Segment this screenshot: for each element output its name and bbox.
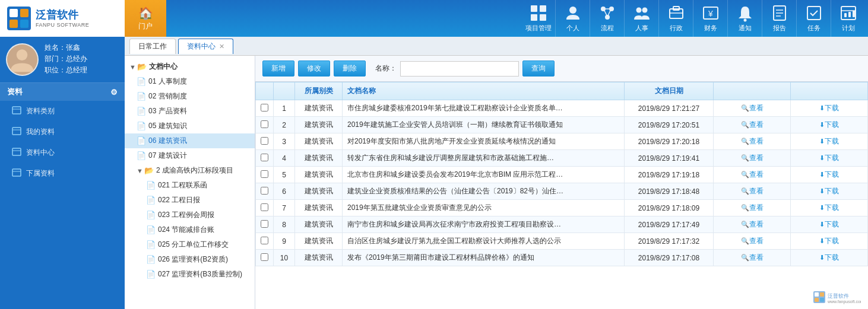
tree-item-2[interactable]: 📄 03 产品资料 bbox=[125, 104, 255, 119]
view-link-5[interactable]: 🔍查看 bbox=[741, 187, 764, 195]
row-view-0[interactable]: 🔍查看 bbox=[714, 100, 791, 117]
home-button[interactable]: 🏠 门户 bbox=[125, 0, 166, 37]
download-link-8[interactable]: ⬇下载 bbox=[819, 237, 839, 245]
checkbox-3[interactable] bbox=[261, 154, 268, 161]
tree-item-3[interactable]: 📄 05 建筑知识 bbox=[125, 119, 255, 133]
checkbox-7[interactable] bbox=[261, 220, 268, 228]
download-link-4[interactable]: ⬇下载 bbox=[819, 170, 839, 179]
tree-item-0[interactable]: 📄 01 人事制度 bbox=[125, 74, 255, 89]
row-view-3[interactable]: 🔍查看 bbox=[714, 150, 791, 167]
download-link-7[interactable]: ⬇下载 bbox=[819, 220, 839, 228]
sidebar-item-my[interactable]: 我的资料 bbox=[0, 122, 125, 142]
download-link-1[interactable]: ⬇下载 bbox=[819, 120, 839, 129]
row-view-8[interactable]: 🔍查看 bbox=[714, 233, 791, 250]
view-link-0[interactable]: 🔍查看 bbox=[741, 104, 764, 112]
nav-plan[interactable]: 计划 bbox=[831, 0, 866, 37]
view-link-6[interactable]: 🔍查看 bbox=[741, 203, 764, 212]
delete-button[interactable]: 删除 bbox=[334, 60, 366, 77]
row-checkbox-7[interactable] bbox=[256, 216, 274, 233]
sidebar-item-center[interactable]: 资料中心 bbox=[0, 142, 125, 163]
row-checkbox-9[interactable] bbox=[256, 250, 274, 266]
row-download-1[interactable]: ⬇下载 bbox=[791, 117, 868, 133]
tree-item-10[interactable]: 📄 024 节能减排台账 bbox=[125, 222, 255, 237]
tree-root[interactable]: ▼ 📂 文档中心 bbox=[125, 59, 255, 74]
row-checkbox-2[interactable] bbox=[256, 133, 274, 150]
tree-item-12[interactable]: 📄 026 监理资料(B2资质) bbox=[125, 252, 255, 267]
row-view-4[interactable]: 🔍查看 bbox=[714, 167, 791, 183]
row-download-9[interactable]: ⬇下载 bbox=[791, 250, 868, 266]
nav-personal[interactable]: 个人 bbox=[556, 0, 590, 37]
tree-item-13[interactable]: 📄 027 监理资料(B3质量控制) bbox=[125, 267, 255, 282]
checkbox-0[interactable] bbox=[261, 104, 268, 112]
tab-resource-close[interactable]: ✕ bbox=[219, 43, 224, 50]
row-checkbox-3[interactable] bbox=[256, 150, 274, 167]
nav-notify[interactable]: 通知 bbox=[728, 0, 762, 37]
row-view-7[interactable]: 🔍查看 bbox=[714, 216, 791, 233]
view-link-7[interactable]: 🔍查看 bbox=[741, 220, 764, 228]
checkbox-1[interactable] bbox=[261, 120, 268, 128]
row-download-5[interactable]: ⬇下载 bbox=[791, 183, 868, 200]
download-link-3[interactable]: ⬇下载 bbox=[819, 154, 839, 162]
nav-report[interactable]: 报告 bbox=[762, 0, 797, 37]
sidebar-item-download[interactable]: 下属资料 bbox=[0, 163, 125, 184]
view-link-8[interactable]: 🔍查看 bbox=[741, 237, 764, 245]
row-checkbox-1[interactable] bbox=[256, 117, 274, 133]
nav-project[interactable]: 项目管理 bbox=[521, 0, 556, 37]
nav-hr[interactable]: 人事 bbox=[625, 0, 659, 37]
row-download-3[interactable]: ⬇下载 bbox=[791, 150, 868, 167]
download-link-2[interactable]: ⬇下载 bbox=[819, 137, 839, 145]
view-link-4[interactable]: 🔍查看 bbox=[741, 170, 764, 179]
tree-item-label-3: 05 建筑知识 bbox=[148, 121, 187, 131]
settings-icon[interactable]: ⚙ bbox=[110, 88, 118, 97]
view-link-2[interactable]: 🔍查看 bbox=[741, 137, 764, 145]
download-link-5[interactable]: ⬇下载 bbox=[819, 187, 839, 195]
nav-finance[interactable]: ¥ 财务 bbox=[693, 0, 728, 37]
download-link-9[interactable]: ⬇下载 bbox=[819, 253, 839, 262]
tree-item-1[interactable]: 📄 02 营销制度 bbox=[125, 89, 255, 104]
row-checkbox-8[interactable] bbox=[256, 233, 274, 250]
row-view-2[interactable]: 🔍查看 bbox=[714, 133, 791, 150]
tree-item-7[interactable]: 📄 021 工程联系函 bbox=[125, 178, 255, 193]
checkbox-8[interactable] bbox=[261, 237, 268, 244]
view-link-1[interactable]: 🔍查看 bbox=[741, 120, 764, 129]
row-checkbox-6[interactable] bbox=[256, 200, 274, 216]
checkbox-6[interactable] bbox=[261, 203, 268, 211]
search-button[interactable]: 查询 bbox=[522, 60, 555, 77]
checkbox-5[interactable] bbox=[261, 187, 268, 195]
search-input[interactable] bbox=[400, 61, 519, 77]
download-link-0[interactable]: ⬇下载 bbox=[819, 104, 839, 112]
sidebar-item-category[interactable]: 资料类别 bbox=[0, 101, 125, 122]
checkbox-9[interactable] bbox=[261, 253, 268, 261]
row-checkbox-4[interactable] bbox=[256, 167, 274, 183]
view-link-3[interactable]: 🔍查看 bbox=[741, 154, 764, 162]
download-link-6[interactable]: ⬇下载 bbox=[819, 203, 839, 212]
view-link-9[interactable]: 🔍查看 bbox=[741, 253, 764, 262]
checkbox-4[interactable] bbox=[261, 170, 268, 178]
row-download-4[interactable]: ⬇下载 bbox=[791, 167, 868, 183]
row-checkbox-5[interactable] bbox=[256, 183, 274, 200]
nav-admin[interactable]: 行政 bbox=[659, 0, 693, 37]
row-download-2[interactable]: ⬇下载 bbox=[791, 133, 868, 150]
tree-item-9[interactable]: 📄 023 工程例会周报 bbox=[125, 208, 255, 222]
row-download-7[interactable]: ⬇下载 bbox=[791, 216, 868, 233]
nav-flow[interactable]: 流程 bbox=[590, 0, 625, 37]
tree-item-5[interactable]: 📄 07 建筑设计 bbox=[125, 148, 255, 163]
tree-item-8[interactable]: 📄 022 工程日报 bbox=[125, 193, 255, 208]
add-button[interactable]: 新增 bbox=[262, 60, 294, 77]
tree-item-4[interactable]: 📄 06 建筑资讯 bbox=[125, 133, 255, 148]
checkbox-2[interactable] bbox=[261, 137, 268, 145]
row-view-6[interactable]: 🔍查看 bbox=[714, 200, 791, 216]
nav-task[interactable]: 任务 bbox=[797, 0, 831, 37]
tab-daily[interactable]: 日常工作 bbox=[129, 39, 176, 54]
row-download-6[interactable]: ⬇下载 bbox=[791, 200, 868, 216]
tree-item-6[interactable]: ▼ 📂 2 成渝高铁内江标段项目 bbox=[125, 163, 255, 178]
row-download-8[interactable]: ⬇下载 bbox=[791, 233, 868, 250]
row-view-5[interactable]: 🔍查看 bbox=[714, 183, 791, 200]
row-view-9[interactable]: 🔍查看 bbox=[714, 250, 791, 266]
tree-item-11[interactable]: 📄 025 分工单位工作移交 bbox=[125, 237, 255, 252]
row-download-0[interactable]: ⬇下载 bbox=[791, 100, 868, 117]
row-view-1[interactable]: 🔍查看 bbox=[714, 117, 791, 133]
tab-resource[interactable]: 资料中心 ✕ bbox=[178, 39, 233, 54]
row-checkbox-0[interactable] bbox=[256, 100, 274, 117]
edit-button[interactable]: 修改 bbox=[298, 60, 330, 77]
